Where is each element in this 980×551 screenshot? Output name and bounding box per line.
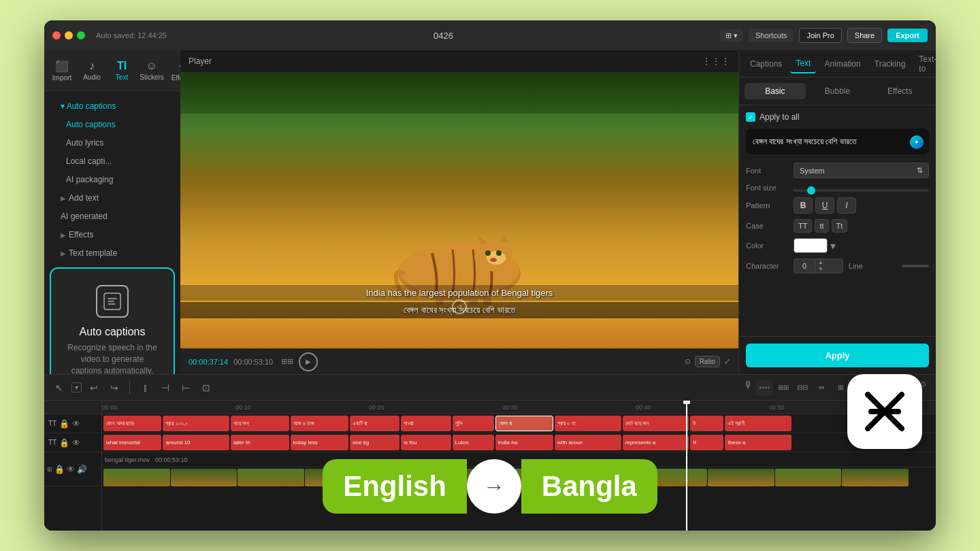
case-title-button[interactable]: Tt <box>832 219 848 233</box>
tab-animation[interactable]: Animation <box>819 55 866 73</box>
tab-tracking[interactable]: Tracking <box>869 55 911 73</box>
nav-item-auto-captions-header[interactable]: ▾ Auto captions <box>50 97 175 115</box>
toolbar-item-import[interactable]: ⬛ Import <box>47 57 77 84</box>
reload-icon[interactable]: ↺ <box>452 299 467 314</box>
align-button[interactable]: ⇔ <box>813 380 830 396</box>
font-size-slider[interactable] <box>794 189 929 192</box>
clip-bn-8[interactable]: বেঙ্গল বা <box>495 416 553 431</box>
clip-bn-10[interactable]: মোট বাড়ে জন <box>623 416 689 431</box>
play-button[interactable]: ▶ <box>299 352 318 371</box>
clip-en-3[interactable]: later th <box>231 435 289 450</box>
toolbar-item-audio[interactable]: ♪ Audio <box>77 57 107 84</box>
track-eye-icon-1[interactable]: 👁 <box>72 419 80 429</box>
fullscreen-icon[interactable]: ⤢ <box>724 357 730 366</box>
maximize-button[interactable] <box>77 31 85 39</box>
split-button[interactable]: ⫿ <box>137 380 153 396</box>
clip-bn-7[interactable]: লুটন <box>453 416 494 431</box>
case-upper-button[interactable]: TT <box>794 219 812 233</box>
trim-left-button[interactable]: ⊣ <box>157 380 174 396</box>
clip-bn-9[interactable]: প্রায় ৩ হা <box>555 416 621 431</box>
clip-en-4[interactable]: today less <box>291 435 348 450</box>
nav-item-local-captions[interactable]: Local capti... <box>50 152 175 170</box>
clip-en-2[interactable]: around 10 <box>163 435 229 450</box>
nav-item-add-text[interactable]: ▶Add text <box>50 189 175 207</box>
nav-item-auto-captions[interactable]: Auto captions <box>50 116 175 133</box>
tab-text[interactable]: Text <box>790 54 816 73</box>
clip-bn-3[interactable]: পারে সংখ্ <box>231 416 289 431</box>
select-tool[interactable]: ↖ <box>51 380 67 396</box>
clip-en-9[interactable]: with aroun <box>555 435 621 450</box>
clip-bn-5[interactable]: একটি বা <box>350 416 399 431</box>
export-button[interactable]: Export <box>887 29 928 42</box>
clip-en-11[interactable]: If <box>690 435 723 450</box>
case-lower-button[interactable]: tt <box>815 219 828 233</box>
fit-button[interactable]: ⇿⇿ <box>756 380 772 396</box>
line-slider[interactable] <box>902 265 929 267</box>
character-down[interactable]: ▼ <box>815 266 826 273</box>
track-lock-icon-1[interactable]: 🔒 <box>59 419 69 429</box>
monitor-button[interactable]: ⊞ ▾ <box>720 29 743 42</box>
track-lock-icon-2[interactable]: 🔒 <box>59 438 69 448</box>
style-tab-basic[interactable]: Basic <box>745 83 806 99</box>
clip-en-5[interactable]: one tig <box>350 435 399 450</box>
clip-en-6[interactable]: is fou <box>401 435 451 450</box>
clip-en-12[interactable]: these a <box>725 435 791 450</box>
audio-detach[interactable]: ⊟⊟ <box>794 380 811 396</box>
video-eye-icon[interactable]: 👁 <box>67 465 75 474</box>
clip-en-8[interactable]: India ha <box>495 435 553 450</box>
tab-captions[interactable]: Captions <box>745 55 787 73</box>
video-track[interactable] <box>102 467 936 488</box>
italic-button[interactable]: I <box>837 197 856 214</box>
ratio-button[interactable]: Ratio <box>695 356 720 367</box>
screenshot-icon[interactable]: ⊙ <box>685 357 691 366</box>
delete-button[interactable]: ⊡ <box>198 380 214 396</box>
clip-bn-6[interactable]: পাওয়া <box>401 416 451 431</box>
character-up[interactable]: ▲ <box>815 259 826 266</box>
nav-item-effects[interactable]: ▶Effects <box>50 226 175 244</box>
track-eye-icon-2[interactable]: 👁 <box>72 438 80 448</box>
font-size-thumb[interactable] <box>807 186 815 195</box>
clip-bn-4[interactable]: আজ ৪ হাজ <box>291 416 348 431</box>
font-select[interactable]: System ⇅ <box>794 163 929 178</box>
ai-enhance-icon[interactable]: ✦ <box>910 135 924 149</box>
tab-text-to[interactable]: Text-to <box>913 50 936 78</box>
minimize-button[interactable] <box>65 31 73 39</box>
style-tab-bubble[interactable]: Bubble <box>807 83 868 99</box>
style-tab-effects[interactable]: Effects <box>869 83 930 99</box>
select-dropdown[interactable]: ▾ <box>71 382 82 393</box>
player-menu-icon[interactable]: ⋮⋮⋮ <box>702 56 730 67</box>
bold-button[interactable]: B <box>794 197 813 214</box>
apply-button[interactable]: Apply <box>746 344 929 367</box>
share-button[interactable]: Share <box>847 28 882 43</box>
clip-en-7[interactable]: Luton <box>453 435 494 450</box>
clip-bn-1[interactable]: কোন অমর ছাড়ে <box>103 416 161 431</box>
color-swatch[interactable] <box>794 238 828 253</box>
clip-bn-2[interactable]: প্রায় ১০০,০ <box>163 416 229 431</box>
subtitle-button[interactable]: ⊞ <box>832 380 849 396</box>
close-button[interactable] <box>52 31 61 39</box>
clip-en-10[interactable]: represents a <box>623 435 689 450</box>
nav-item-auto-lyrics[interactable]: Auto lyrics <box>50 134 175 152</box>
clip-en-1[interactable]: what immortal <box>103 435 161 450</box>
toolbar-item-stickers[interactable]: ☺ Stickers <box>137 57 167 84</box>
shortcuts-button[interactable]: Shortcuts <box>749 29 794 42</box>
nav-item-ai-generated[interactable]: AI generated <box>50 207 175 225</box>
audio-separate[interactable]: ⊞⊞ <box>775 380 791 396</box>
toolbar-item-text[interactable]: TI Text <box>107 57 137 84</box>
mic-icon[interactable]: 🎙 <box>744 380 753 396</box>
nav-item-ai-packaging[interactable]: AI packaging <box>50 171 175 188</box>
trim-right-button[interactable]: ⊢ <box>178 380 194 396</box>
redo-button[interactable]: ↪ <box>106 380 122 396</box>
apply-all-checkbox[interactable]: ✓ <box>746 112 755 122</box>
undo-button[interactable]: ↩ <box>86 380 102 396</box>
character-input[interactable]: 0 ▲ ▼ <box>794 258 843 273</box>
video-audio-icon[interactable]: 🔊 <box>77 465 87 474</box>
underline-button[interactable]: U <box>815 197 834 214</box>
nav-item-text-template[interactable]: ▶Text template <box>50 244 175 262</box>
join-pro-button[interactable]: Join Pro <box>799 28 841 43</box>
tracks-scroll-area[interactable]: 00:00 00:10 00:20 00:30 00:40 00:50 01:0… <box>102 401 936 531</box>
clip-bn-11[interactable]: উ <box>690 416 723 431</box>
clip-bn-12[interactable]: এই প্রাণী <box>725 416 791 431</box>
color-dropdown-icon[interactable]: ▾ <box>830 239 836 252</box>
video-lock-icon[interactable]: 🔒 <box>54 465 65 474</box>
